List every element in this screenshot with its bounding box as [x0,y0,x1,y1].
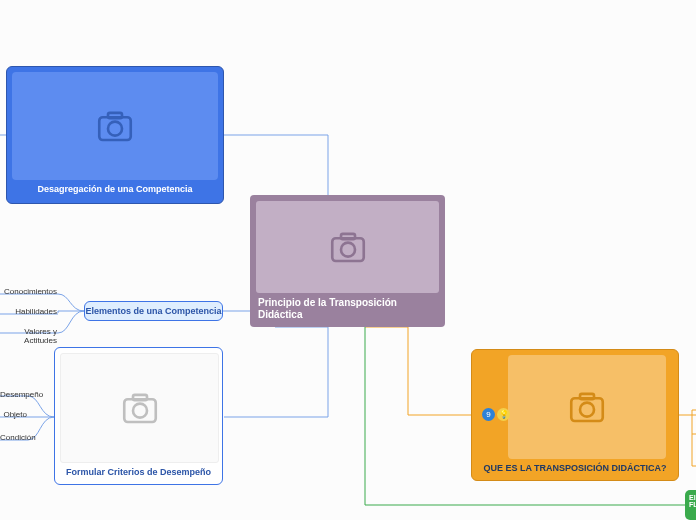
camera-icon [119,387,161,429]
camera-icon [566,386,608,428]
svg-rect-8 [341,234,355,239]
leaf-objeto: Objeto [0,410,27,419]
green-line1: El [689,494,696,501]
white-title: Formular Criterios de Desempeño [60,463,217,477]
svg-rect-11 [108,113,122,118]
central-node[interactable]: Principio de la Transposición Didáctica [250,195,445,327]
camera-icon [327,226,369,268]
svg-rect-14 [133,395,147,400]
badge-idea-icon: 💡 [497,408,510,421]
central-image-placeholder [256,201,439,293]
lightblue-title: Elementos de una Competencia [85,306,221,316]
white-node[interactable]: Formular Criterios de Desempeño [54,347,223,485]
lightblue-node[interactable]: Elementos de una Competencia [84,301,223,321]
leaf-condicion: Condición [0,433,27,442]
central-title: Principio de la Transposición Didáctica [256,293,439,320]
leaf-conocimientos: Conocimientos [0,287,57,296]
orange-badges: 9 💡 [482,408,510,421]
camera-icon [94,105,136,147]
leaf-valores: Valores y Actitudes [0,327,57,345]
mindmap-canvas[interactable]: Principio de la Transposición Didáctica … [0,0,696,520]
svg-point-7 [341,243,355,257]
orange-image-placeholder [508,355,666,459]
leaf-desempeno: Desempeño [0,390,27,399]
white-image-placeholder [60,353,219,463]
leaf-habilidades: Habilidades [0,307,57,316]
badge-number: 9 [482,408,495,421]
green-node[interactable]: El FL [685,490,696,520]
blue-image-placeholder [12,72,218,180]
svg-point-13 [133,404,147,418]
svg-rect-17 [580,394,594,399]
svg-point-10 [108,122,122,136]
orange-node[interactable]: 9 💡 QUE ES LA TRANSPOSICIÓN DIDÁCTICA? [471,349,679,481]
svg-point-16 [580,403,594,417]
green-line2: FL [689,501,696,508]
blue-node[interactable]: Desagregación de una Competencia [6,66,224,204]
blue-title: Desagregación de una Competencia [12,180,218,194]
orange-title: QUE ES LA TRANSPOSICIÓN DIDÁCTICA? [477,459,673,473]
